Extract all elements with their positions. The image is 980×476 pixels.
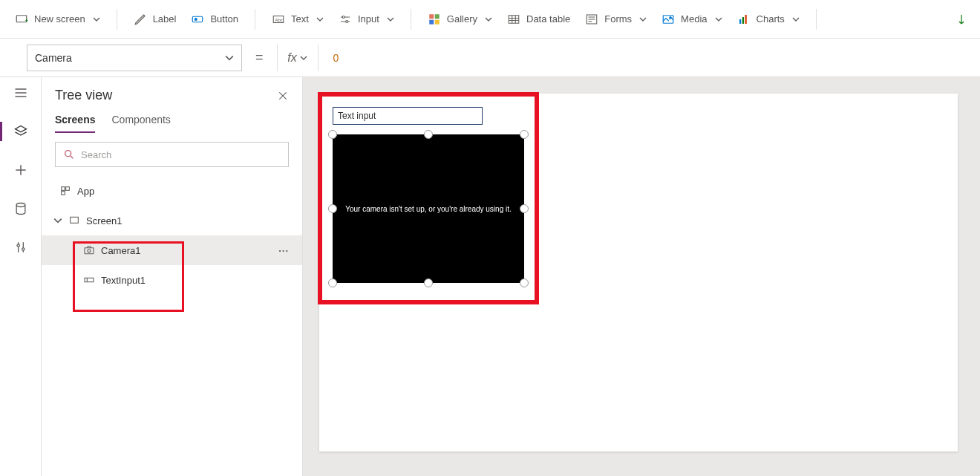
overflow-button[interactable] xyxy=(952,10,971,29)
button-label: Button xyxy=(210,13,238,25)
resize-handle[interactable] xyxy=(520,278,529,287)
media-button[interactable]: Media xyxy=(656,8,728,30)
label-label: Label xyxy=(153,13,177,25)
chevron-down-icon xyxy=(300,54,307,62)
svg-rect-10 xyxy=(435,19,440,24)
svg-point-14 xyxy=(670,16,671,18)
tab-components[interactable]: Components xyxy=(111,114,170,133)
svg-rect-9 xyxy=(429,19,434,24)
canvas-area[interactable]: Text input Your camera isn't set up, or … xyxy=(303,77,980,476)
camera-control[interactable]: Your camera isn't set up, or you're alre… xyxy=(333,134,524,283)
overflow-icon xyxy=(955,13,968,26)
svg-rect-22 xyxy=(62,187,65,191)
more-button[interactable]: ··· xyxy=(278,245,289,256)
tree-item-label: App xyxy=(77,186,94,197)
svg-point-18 xyxy=(16,203,25,207)
resize-handle[interactable] xyxy=(328,130,337,139)
search-placeholder: Search xyxy=(81,149,111,160)
canvas-frame[interactable]: Text input Your camera isn't set up, or … xyxy=(319,94,958,451)
pencil-icon xyxy=(134,13,147,26)
tree-view-rail-button[interactable] xyxy=(13,123,29,140)
tree-item-screen1[interactable]: Screen1 xyxy=(42,206,302,235)
property-selector[interactable]: Camera xyxy=(27,45,242,71)
text-label: Text xyxy=(291,13,309,25)
active-marker xyxy=(0,122,2,141)
svg-rect-8 xyxy=(435,14,440,19)
chevron-down-icon[interactable] xyxy=(53,216,62,225)
svg-rect-11 xyxy=(509,15,519,23)
camera-icon xyxy=(83,244,95,256)
forms-label: Forms xyxy=(604,13,632,25)
forms-button[interactable]: Forms xyxy=(579,8,653,30)
app-icon xyxy=(59,185,71,197)
media-icon xyxy=(662,13,675,26)
svg-text:Abc: Abc xyxy=(275,18,283,22)
gallery-icon xyxy=(428,13,441,26)
resize-handle[interactable] xyxy=(328,278,337,287)
formula-input[interactable]: 0 xyxy=(324,45,980,71)
text-icon: Abc xyxy=(272,13,285,26)
fx-label: fx xyxy=(287,51,296,65)
gallery-label: Gallery xyxy=(447,13,477,25)
layers-icon xyxy=(13,124,28,139)
camera-message: Your camera isn't set up, or you're alre… xyxy=(345,205,512,213)
svg-rect-15 xyxy=(739,19,741,24)
media-label: Media xyxy=(681,13,707,25)
ribbon-toolbar: New screen Label Button Abc Text Input G… xyxy=(0,0,980,39)
resize-handle[interactable] xyxy=(520,204,529,213)
new-screen-button[interactable]: New screen xyxy=(9,8,106,30)
tree-header: Tree view xyxy=(42,77,302,109)
svg-rect-1 xyxy=(193,16,203,22)
table-icon xyxy=(507,13,520,26)
gallery-button[interactable]: Gallery xyxy=(422,8,498,30)
close-icon[interactable] xyxy=(277,90,289,102)
plus-icon xyxy=(13,163,28,177)
chevron-down-icon xyxy=(387,16,394,23)
input-button[interactable]: Input xyxy=(333,8,400,30)
tree-item-camera1[interactable]: Camera1 ··· xyxy=(42,235,302,265)
svg-rect-0 xyxy=(16,15,27,22)
svg-point-2 xyxy=(195,18,197,20)
svg-point-20 xyxy=(22,248,24,250)
data-table-button[interactable]: Data table xyxy=(501,8,576,30)
resize-handle[interactable] xyxy=(424,130,433,139)
hamburger-button[interactable] xyxy=(13,85,29,101)
resize-handle[interactable] xyxy=(328,204,337,213)
svg-point-27 xyxy=(88,250,91,252)
separator xyxy=(255,9,255,30)
charts-label: Charts xyxy=(757,13,785,25)
data-table-label: Data table xyxy=(526,13,570,25)
formula-value: 0 xyxy=(333,52,339,64)
tree-item-app[interactable]: App xyxy=(42,176,302,206)
charts-button[interactable]: Charts xyxy=(731,8,806,30)
svg-point-6 xyxy=(346,20,348,22)
input-label: Input xyxy=(358,13,379,25)
chevron-down-icon xyxy=(485,16,492,23)
tree-list: App Screen1 Camera1 ··· TextInput1 xyxy=(42,176,302,476)
chevron-down-icon xyxy=(225,53,234,62)
forms-icon xyxy=(585,13,598,26)
tools-rail-button[interactable] xyxy=(13,239,29,255)
button-icon xyxy=(191,13,204,26)
resize-handle[interactable] xyxy=(424,278,433,287)
chevron-down-icon xyxy=(93,16,100,23)
fx-button[interactable]: fx xyxy=(277,45,318,71)
button-button[interactable]: Button xyxy=(185,8,244,30)
search-input[interactable]: Search xyxy=(55,142,289,167)
new-screen-label: New screen xyxy=(34,13,85,25)
data-rail-button[interactable] xyxy=(13,200,29,217)
label-button[interactable]: Label xyxy=(128,8,183,30)
text-button[interactable]: Abc Text xyxy=(266,8,330,30)
resize-handle[interactable] xyxy=(520,130,529,139)
textinput-control[interactable]: Text input xyxy=(333,107,483,125)
textinput-icon xyxy=(83,274,95,286)
property-label: Camera xyxy=(35,52,72,64)
charts-icon xyxy=(737,13,751,26)
insert-rail-button[interactable] xyxy=(13,162,29,178)
tab-screens[interactable]: Screens xyxy=(55,114,95,133)
left-rail xyxy=(0,77,42,476)
separator xyxy=(117,9,117,30)
tree-item-label: TextInput1 xyxy=(101,275,146,286)
tree-item-textinput1[interactable]: TextInput1 xyxy=(42,265,302,295)
chevron-down-icon xyxy=(715,16,722,23)
